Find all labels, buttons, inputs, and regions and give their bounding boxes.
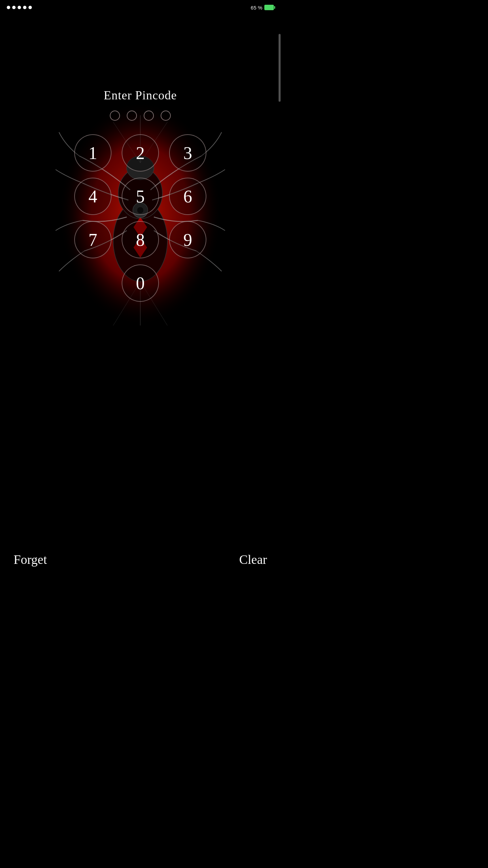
key-3[interactable]: 3 xyxy=(169,134,206,172)
signal-dot-1 xyxy=(7,6,10,9)
pin-dot-4 xyxy=(161,111,171,121)
main-content: Enter Pincode 1 2 3 4 5 6 7 8 9 0 xyxy=(0,0,281,608)
battery-percent: 65 % xyxy=(251,5,262,11)
key-7[interactable]: 7 xyxy=(74,221,111,258)
keypad-row-3: 7 8 9 xyxy=(74,221,206,258)
signal-dot-3 xyxy=(18,6,21,9)
pin-dot-1 xyxy=(110,111,120,121)
signal-dot-2 xyxy=(12,6,16,9)
pin-dots-container xyxy=(110,111,171,121)
key-2[interactable]: 2 xyxy=(122,134,159,172)
title-area: Enter Pincode xyxy=(104,88,177,102)
pin-dot-3 xyxy=(144,111,154,121)
key-5[interactable]: 5 xyxy=(122,178,159,215)
key-1[interactable]: 1 xyxy=(74,134,111,172)
signal-dots xyxy=(7,6,32,9)
key-6[interactable]: 6 xyxy=(169,178,206,215)
signal-dot-5 xyxy=(28,6,32,9)
key-4[interactable]: 4 xyxy=(74,178,111,215)
page-title: Enter Pincode xyxy=(104,88,177,102)
forget-button[interactable]: Forget xyxy=(14,552,47,567)
keypad-row-4: 0 xyxy=(122,264,159,302)
signal-dot-4 xyxy=(23,6,26,9)
keypad-row-2: 4 5 6 xyxy=(74,178,206,215)
battery-area: 65 % xyxy=(251,5,274,11)
key-0[interactable]: 0 xyxy=(122,264,159,302)
pin-dot-2 xyxy=(127,111,137,121)
bottom-actions: Forget Clear xyxy=(0,552,281,567)
clear-button[interactable]: Clear xyxy=(239,552,267,567)
keypad-row-1: 1 2 3 xyxy=(74,134,206,172)
status-bar: 65 % xyxy=(0,0,281,15)
battery-icon xyxy=(264,5,274,10)
keypad: 1 2 3 4 5 6 7 8 9 0 xyxy=(74,134,206,302)
key-9[interactable]: 9 xyxy=(169,221,206,258)
key-8[interactable]: 8 xyxy=(122,221,159,258)
